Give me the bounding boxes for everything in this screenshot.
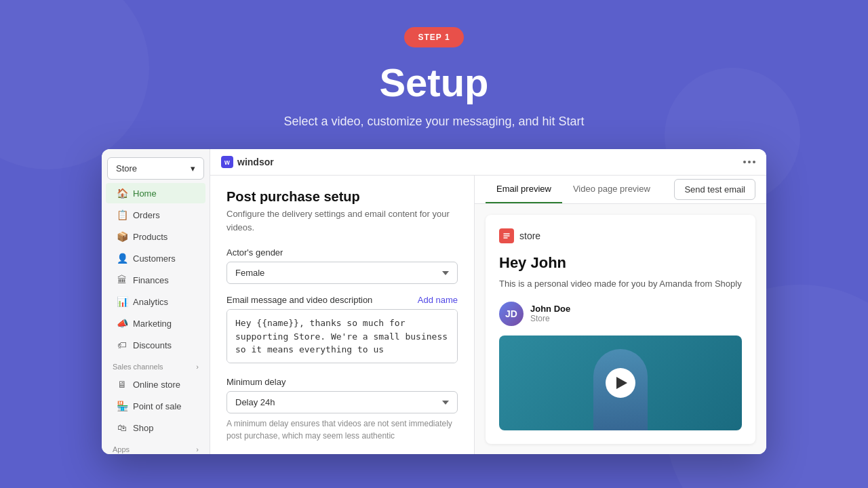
dot-1	[743, 161, 746, 163]
bg-decoration-1	[0, 0, 149, 169]
sidebar-item-analytics[interactable]: 📊 Analytics	[106, 291, 205, 312]
sidebar-label-finances: Finances	[133, 275, 169, 285]
sales-channels-section: Sales channels ›	[102, 356, 210, 373]
tab-video-page-preview[interactable]: Video page preview	[562, 176, 661, 203]
play-button[interactable]	[606, 368, 635, 398]
products-icon: 📦	[117, 231, 127, 242]
actor-gender-group: Actor's gender Female	[226, 247, 458, 284]
form-subtitle: Configure the delivery settings and emai…	[226, 207, 458, 234]
sidebar-label-online-store: Online store	[133, 380, 180, 390]
store-logo-icon	[499, 228, 514, 243]
sidebar-label-shop: Shop	[133, 423, 153, 433]
main-content: w windsor Post purchase setup Configure …	[210, 149, 766, 454]
email-store-header: store	[499, 228, 742, 243]
add-name-link[interactable]: Add name	[418, 295, 458, 305]
sidebar-item-finances[interactable]: 🏛 Finances	[106, 270, 205, 290]
email-message-group: Email message and video description Add …	[226, 295, 458, 366]
store-logo-svg	[502, 231, 511, 241]
windsor-logo-icon: w	[221, 156, 233, 168]
step-badge: STEP 1	[404, 27, 463, 47]
apps-section: Apps ›	[102, 439, 210, 454]
shop-icon: 🛍	[117, 422, 127, 433]
sidebar-item-customers[interactable]: 👤 Customers	[106, 248, 205, 268]
preview-panel: Email preview Video page preview Send te…	[475, 176, 766, 454]
page-title: Setup	[379, 60, 488, 105]
page-header: STEP 1 Setup Select a video, customize y…	[283, 0, 584, 149]
minimum-delay-group: Minimum delay Delay 24h A minimum delay …	[226, 377, 458, 442]
preview-content: store Hey John This is a personal video …	[475, 204, 766, 454]
app-header: w windsor	[210, 149, 766, 176]
preview-tabs: Email preview Video page preview Send te…	[475, 176, 766, 204]
sidebar-label-products: Products	[133, 232, 167, 242]
actor-gender-select[interactable]: Female	[226, 262, 458, 284]
marketing-icon: 📣	[117, 318, 127, 329]
sidebar-item-home[interactable]: 🏠 Home	[106, 183, 205, 203]
email-card: store Hey John This is a personal video …	[486, 215, 755, 444]
online-store-icon: 🖥	[117, 379, 127, 390]
email-description: This is a personal video made for you by…	[499, 277, 742, 291]
expand-apps-icon[interactable]: ›	[196, 445, 199, 453]
customers-icon: 👤	[117, 253, 127, 264]
pos-icon: 🏪	[117, 401, 127, 411]
chevron-down-icon: ▾	[191, 163, 195, 174]
sidebar-label-analytics: Analytics	[133, 297, 168, 307]
form-panel: Post purchase setup Configure the delive…	[210, 176, 475, 454]
analytics-icon: 📊	[117, 296, 127, 307]
email-store-name: store	[519, 230, 540, 241]
sidebar-label-home: Home	[133, 188, 157, 199]
sidebar-label-pos: Point of sale	[133, 401, 182, 411]
discounts-icon: 🏷	[117, 340, 127, 350]
sender-store-label: Store	[530, 314, 570, 323]
minimum-delay-select[interactable]: Delay 24h	[226, 391, 458, 413]
sidebar-item-shop[interactable]: 🛍 Shop	[106, 418, 205, 438]
sidebar-item-marketing[interactable]: 📣 Marketing	[106, 313, 205, 333]
sidebar-item-online-store[interactable]: 🖥 Online store	[106, 374, 205, 394]
sidebar-item-orders[interactable]: 📋 Orders	[106, 205, 205, 225]
sidebar-label-orders: Orders	[133, 210, 160, 220]
sidebar-label-discounts: Discounts	[133, 340, 172, 350]
sidebar-label-marketing: Marketing	[133, 319, 172, 329]
video-thumbnail[interactable]	[499, 336, 742, 430]
email-message-textarea[interactable]: Hey {{name}}, thanks so much for support…	[226, 309, 458, 363]
sidebar-item-discounts[interactable]: 🏷 Discounts	[106, 335, 205, 355]
send-test-email-button[interactable]: Send test email	[674, 179, 755, 200]
store-selector[interactable]: Store ▾	[107, 157, 204, 180]
form-title: Post purchase setup	[226, 189, 458, 205]
email-message-label: Email message and video description Add …	[226, 295, 458, 305]
home-icon: 🏠	[117, 188, 127, 199]
sidebar-item-point-of-sale[interactable]: 🏪 Point of sale	[106, 396, 205, 416]
email-sender: JD John Doe Store	[499, 302, 742, 326]
sidebar-item-products[interactable]: 📦 Products	[106, 226, 205, 247]
menu-button[interactable]	[743, 161, 755, 163]
expand-icon[interactable]: ›	[196, 363, 199, 371]
sender-name: John Doe	[530, 304, 570, 314]
browser-window: Store ▾ 🏠 Home 📋 Orders 📦 Products 👤 Cus…	[102, 149, 766, 454]
preview-tabs-left: Email preview Video page preview	[486, 176, 661, 203]
minimum-delay-label: Minimum delay	[226, 377, 458, 387]
finances-icon: 🏛	[117, 274, 127, 285]
content-split: Post purchase setup Configure the delive…	[210, 176, 766, 454]
sidebar-label-customers: Customers	[133, 253, 176, 264]
sender-avatar: JD	[499, 302, 524, 326]
windsor-logo-text: windsor	[237, 157, 274, 167]
sender-info: John Doe Store	[530, 304, 570, 323]
dot-2	[748, 161, 751, 163]
sidebar: Store ▾ 🏠 Home 📋 Orders 📦 Products 👤 Cus…	[102, 149, 210, 454]
page-subtitle: Select a video, customize your messaging…	[283, 115, 584, 129]
actor-gender-label: Actor's gender	[226, 247, 458, 258]
windsor-logo: w windsor	[221, 156, 274, 168]
orders-icon: 📋	[117, 209, 127, 220]
tab-email-preview[interactable]: Email preview	[486, 176, 562, 203]
email-greeting: Hey John	[499, 254, 742, 272]
minimum-delay-hint: A minimum delay ensures that videos are …	[226, 418, 458, 442]
dot-3	[753, 161, 755, 163]
